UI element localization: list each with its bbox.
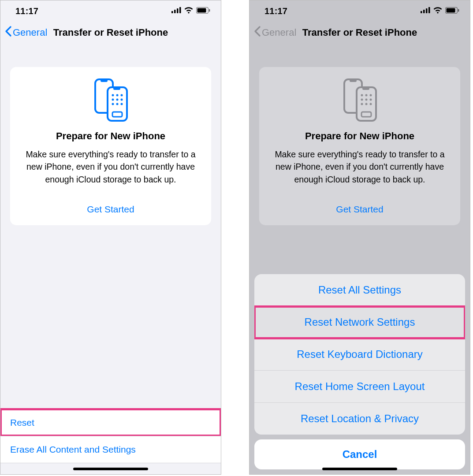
- svg-point-15: [116, 99, 119, 101]
- svg-rect-3: [179, 7, 181, 13]
- prepare-card: Prepare for New iPhone Make sure everyth…: [259, 67, 460, 225]
- svg-rect-1: [174, 10, 176, 13]
- nav-bar: General Transfer or Reset iPhone: [0, 22, 221, 44]
- bottom-list: Reset Erase All Content and Settings: [0, 409, 221, 463]
- prepare-card-wrap: Prepare for New iPhone Make sure everyth…: [0, 67, 221, 225]
- sheet-item-reset-keyboard[interactable]: Reset Keyboard Dictionary: [254, 338, 465, 371]
- svg-point-40: [370, 103, 372, 105]
- svg-point-35: [361, 99, 363, 101]
- svg-point-33: [365, 94, 368, 97]
- svg-point-32: [361, 94, 363, 97]
- svg-rect-6: [209, 9, 210, 11]
- status-bar: 11:17: [250, 0, 470, 22]
- status-icons: [171, 7, 210, 15]
- erase-row[interactable]: Erase All Content and Settings: [0, 436, 221, 463]
- home-indicator[interactable]: [73, 468, 148, 470]
- svg-rect-27: [458, 9, 459, 11]
- svg-point-14: [112, 99, 114, 101]
- svg-rect-0: [171, 11, 173, 13]
- card-body: Make sure everything's ready to transfer…: [270, 148, 450, 186]
- svg-rect-8: [101, 79, 108, 82]
- reset-row[interactable]: Reset: [0, 409, 221, 436]
- card-title: Prepare for New iPhone: [21, 130, 201, 142]
- svg-rect-29: [350, 79, 357, 82]
- svg-point-12: [116, 94, 119, 97]
- erase-label: Erase All Content and Settings: [10, 444, 136, 454]
- back-label: General: [262, 27, 296, 38]
- sheet-item-reset-network[interactable]: Reset Network Settings: [254, 306, 465, 338]
- svg-rect-10: [113, 87, 120, 90]
- phone-right: 11:17 General Transfer or Reset iPhone: [249, 0, 470, 475]
- svg-rect-23: [426, 8, 428, 13]
- svg-rect-24: [428, 7, 430, 13]
- prepare-card-wrap: Prepare for New iPhone Make sure everyth…: [250, 67, 470, 225]
- sheet-item-reset-location[interactable]: Reset Location & Privacy: [254, 403, 465, 435]
- back-button[interactable]: General: [250, 26, 296, 39]
- sheet-item-reset-all[interactable]: Reset All Settings: [254, 274, 465, 306]
- svg-point-19: [121, 103, 123, 105]
- svg-rect-2: [177, 8, 179, 13]
- home-indicator[interactable]: [322, 468, 397, 470]
- svg-point-13: [121, 94, 123, 97]
- phone-left: 11:17 General Transfer or Reset iPhone: [0, 0, 221, 475]
- svg-point-38: [361, 103, 363, 105]
- chevron-left-icon: [254, 26, 261, 39]
- svg-point-11: [112, 94, 114, 97]
- svg-point-36: [365, 99, 368, 101]
- status-icons: [421, 7, 459, 15]
- reset-action-sheet: Reset All Settings Reset Network Setting…: [254, 274, 465, 435]
- svg-rect-22: [423, 10, 425, 13]
- svg-rect-26: [447, 8, 455, 12]
- svg-point-17: [112, 103, 114, 105]
- chevron-left-icon: [5, 26, 12, 39]
- wifi-icon: [184, 7, 193, 15]
- svg-rect-5: [197, 8, 206, 12]
- svg-point-39: [365, 103, 368, 105]
- nav-bar: General Transfer or Reset iPhone: [250, 22, 470, 44]
- prepare-card: Prepare for New iPhone Make sure everyth…: [10, 67, 211, 225]
- wifi-icon: [433, 7, 442, 15]
- back-button[interactable]: General: [0, 26, 47, 39]
- battery-icon: [196, 7, 210, 15]
- svg-point-37: [370, 99, 372, 101]
- two-phones-icon: [21, 78, 201, 122]
- two-phones-icon: [270, 78, 450, 122]
- svg-point-34: [370, 94, 372, 97]
- back-label: General: [13, 27, 47, 38]
- status-bar: 11:17: [0, 0, 221, 22]
- status-time: 11:17: [15, 6, 38, 16]
- svg-point-16: [121, 99, 123, 101]
- sheet-item-reset-home[interactable]: Reset Home Screen Layout: [254, 371, 465, 403]
- battery-icon: [445, 7, 459, 15]
- svg-rect-21: [421, 11, 422, 13]
- card-body: Make sure everything's ready to transfer…: [21, 148, 201, 186]
- cancel-button[interactable]: Cancel: [254, 439, 465, 469]
- status-time: 11:17: [264, 6, 287, 16]
- signal-icon: [421, 7, 430, 15]
- svg-point-18: [116, 103, 119, 105]
- svg-rect-31: [362, 87, 369, 90]
- action-sheet-layer: Reset All Settings Reset Network Setting…: [250, 269, 470, 474]
- get-started-button[interactable]: Get Started: [21, 204, 201, 215]
- reset-label: Reset: [10, 417, 34, 428]
- signal-icon: [171, 7, 181, 15]
- get-started-button[interactable]: Get Started: [270, 204, 450, 215]
- card-title: Prepare for New iPhone: [270, 130, 450, 142]
